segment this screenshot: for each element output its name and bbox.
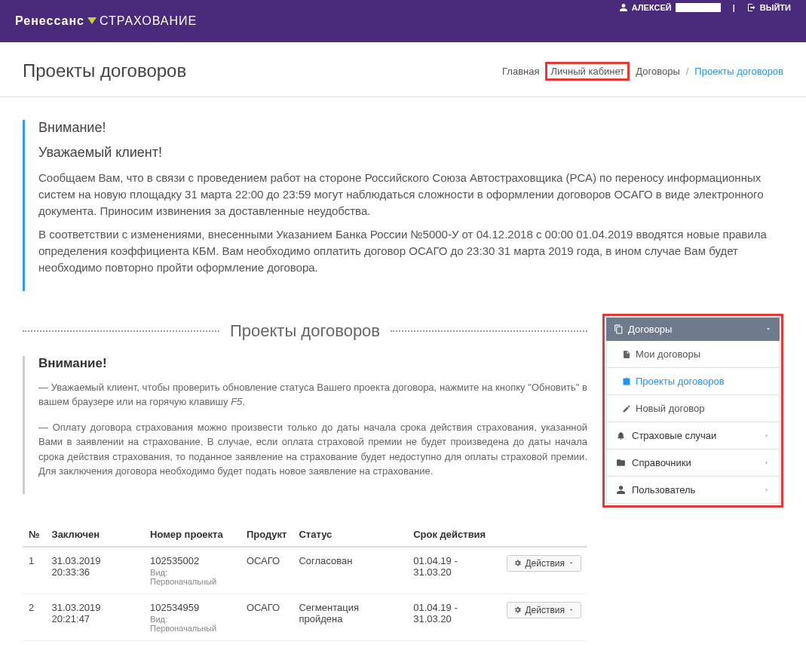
actions-button[interactable]: Действия <box>507 555 581 572</box>
col-product: Продукт <box>241 521 293 547</box>
actions-button[interactable]: Действия <box>507 602 581 618</box>
decor-dash-right <box>391 330 587 332</box>
notice-box: Внимание! Уважаемый клиент! Сообщаем Вам… <box>23 120 783 291</box>
logo[interactable]: Ренессанс СТРАХОВАНИЕ <box>15 14 197 28</box>
cell-n: 1 <box>23 547 46 594</box>
sidebar-sub-projects[interactable]: Проекты договоров <box>606 368 780 395</box>
breadcrumb-cabinet[interactable]: Личный кабинет <box>550 66 624 77</box>
sub-notice-p2: — Оплату договора страхования можно прои… <box>38 420 587 479</box>
sub-notice-p1: — Уважаемый клиент, чтобы проверить обно… <box>38 380 587 410</box>
copy-icon <box>614 324 624 334</box>
projects-table: № Заключен Номер проекта Продукт Статус … <box>23 521 587 641</box>
logo-text-b: СТРАХОВАНИЕ <box>100 14 197 28</box>
notice-p2: В соответствии с изменениями, внесенными… <box>38 226 783 275</box>
breadcrumb-home[interactable]: Главная <box>502 66 539 77</box>
cell-term: 01.04.19 - 31.03.20 <box>407 547 501 594</box>
col-num: № <box>23 521 46 547</box>
user-name-redacted <box>676 3 721 12</box>
col-term: Срок действия <box>407 521 501 547</box>
logout-button[interactable]: ВЫЙТИ <box>747 3 791 12</box>
breadcrumb: Главная Личный кабинет Договоры / Проект… <box>502 62 783 81</box>
edit-icon <box>622 404 631 413</box>
user-menu[interactable]: АЛЕКСЕЙ <box>619 3 721 12</box>
sidebar-sub-my-contracts[interactable]: Мои договоры <box>606 341 780 368</box>
notice-p1: Сообщаем Вам, что в связи с проведением … <box>38 170 783 219</box>
sidebar-head-contracts[interactable]: Договоры <box>606 318 780 341</box>
topbar-right: АЛЕКСЕЙ | ВЫЙТИ <box>619 3 791 12</box>
cell-concluded: 31.03.2019 20:33:36 <box>46 547 145 594</box>
gear-icon <box>513 559 522 567</box>
sub-notice-title: Внимание! <box>38 356 587 371</box>
user-name: АЛЕКСЕЙ <box>632 3 672 12</box>
section-header: Проекты договоров <box>23 321 587 341</box>
sidebar-item-user[interactable]: Пользователь <box>606 477 780 504</box>
breadcrumb-current: Проекты договоров <box>694 66 783 77</box>
breadcrumb-contracts[interactable]: Договоры <box>636 66 679 77</box>
cell-number: 102534959 Вид: Первоначальный <box>144 594 241 640</box>
sidebar-highlight: Договоры Мои договоры Проекты договоров … <box>602 314 783 508</box>
logout-icon <box>747 3 756 12</box>
page-header: Проекты договоров Главная Личный кабинет… <box>0 42 806 97</box>
chevron-down-icon <box>765 325 772 333</box>
sidebar-item-references[interactable]: Справочники <box>606 450 780 477</box>
page-title: Проекты договоров <box>23 60 186 81</box>
user-icon <box>616 485 626 495</box>
cell-term: 01.04.19 - 31.03.20 <box>407 594 501 640</box>
logout-label: ВЫЙТИ <box>760 3 791 12</box>
file-icon <box>622 350 631 359</box>
cell-product: ОСАГО <box>241 547 293 594</box>
decor-dash-left <box>23 330 219 332</box>
clipboard-icon <box>622 377 631 386</box>
main-column: Внимание! Уважаемый клиент! Сообщаем Вам… <box>23 120 783 641</box>
col-concluded: Заключен <box>46 521 145 547</box>
col-number: Номер проекта <box>144 521 241 547</box>
sidebar-sub-new-contract[interactable]: Новый договор <box>606 395 780 422</box>
cell-concluded: 31.03.2019 20:21:47 <box>46 594 145 640</box>
top-header: Ренессанс СТРАХОВАНИЕ АЛЕКСЕЙ | ВЫЙТИ <box>0 0 806 42</box>
logo-triangle-icon <box>87 17 97 24</box>
logo-text-a: Ренессанс <box>15 14 84 28</box>
cell-product: ОСАГО <box>241 594 293 640</box>
notice-heading-1: Внимание! <box>38 120 783 136</box>
breadcrumb-cabinet-highlight: Личный кабинет <box>545 62 630 81</box>
user-icon <box>619 3 628 12</box>
notice-heading-2: Уважаемый клиент! <box>38 145 783 161</box>
chevron-right-icon <box>763 459 770 466</box>
chevron-right-icon <box>763 486 770 493</box>
chevron-down-icon <box>568 560 575 566</box>
sidebar-item-insurance-cases[interactable]: Страховые случаи <box>606 422 780 450</box>
breadcrumb-sep: / <box>686 66 689 77</box>
folder-icon <box>616 458 626 468</box>
content: Внимание! Уважаемый клиент! Сообщаем Вам… <box>0 97 806 664</box>
col-status: Статус <box>293 521 407 547</box>
section-title: Проекты договоров <box>230 321 380 341</box>
topbar-sep: | <box>733 3 735 12</box>
cell-number: 102535002 Вид: Первоначальный <box>144 547 241 594</box>
sub-notice: Внимание! — Уважаемый клиент, чтобы пров… <box>23 356 587 494</box>
gear-icon <box>513 606 522 614</box>
chevron-down-icon <box>568 606 575 613</box>
sidebar: Договоры Мои договоры Проекты договоров … <box>602 314 783 508</box>
table-row: 1 31.03.2019 20:33:36 102535002 Вид: Пер… <box>23 547 587 594</box>
table-row: 2 31.03.2019 20:21:47 102534959 Вид: Пер… <box>23 594 587 640</box>
bell-icon <box>616 431 626 440</box>
cell-status: Сегментация пройдена <box>293 594 407 640</box>
cell-n: 2 <box>23 594 46 640</box>
cell-status: Согласован <box>293 547 407 594</box>
chevron-right-icon <box>763 432 770 439</box>
